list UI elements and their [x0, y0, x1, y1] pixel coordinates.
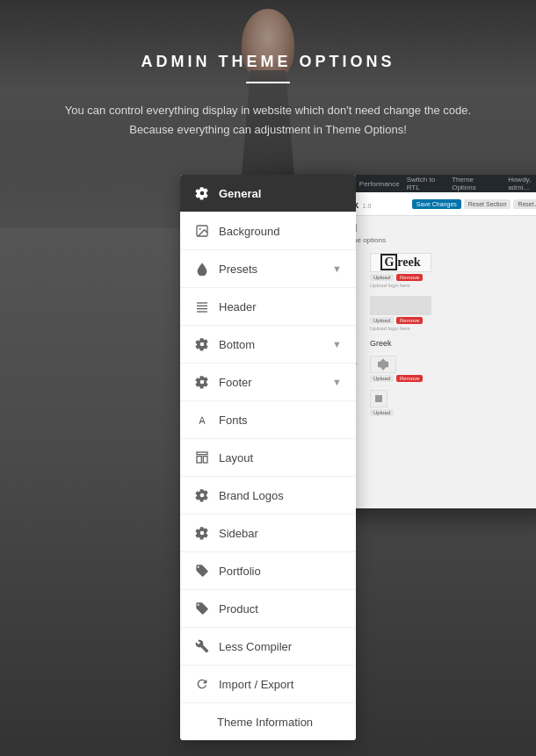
layout-icon [194, 450, 210, 465]
sidebar-label-fonts: Fonts [219, 414, 342, 427]
tag-icon-product [194, 601, 210, 616]
logo-upload-area: Greek Upload Remove Upload logo here [370, 253, 431, 288]
remove-btn-logo[interactable]: Remove [396, 274, 423, 281]
svg-rect-4 [197, 308, 207, 309]
sidebar-item-product[interactable]: Product [180, 590, 356, 628]
sidebar-label-portfolio: Portfolio [219, 565, 342, 578]
remove-btn-404[interactable]: Remove [396, 375, 423, 382]
sidebar-label-presets: Presets [219, 263, 332, 276]
logo-white-hint: Upload logo here [370, 326, 431, 331]
sidebar-label-header: Header [219, 300, 342, 313]
image-icon [194, 223, 210, 239]
sidebar-item-general[interactable]: General [180, 175, 356, 212]
wp-bar-howdy: Howdy, admi... [508, 176, 536, 191]
wp-bar-performance: Performance [359, 180, 400, 188]
sidebar-item-import-export[interactable]: Import / Export [180, 666, 356, 703]
svg-rect-5 [197, 312, 207, 313]
main-content-area: General Background [0, 157, 536, 740]
favicon-buttons: Upload [370, 409, 394, 416]
chevron-icon-presets: ▼ [332, 263, 342, 274]
content-wrapper: ADMIN THEME OPTIONS You can control ever… [0, 0, 536, 756]
wrench-icon [194, 638, 210, 654]
sidebar-item-less-compiler[interactable]: Less Compiler [180, 628, 356, 666]
logo-white-upload-area: Upload Remove Upload logo here [370, 296, 431, 331]
gear-icon-sidebar [194, 525, 210, 541]
logo-text-greek: Greek [380, 256, 420, 270]
svg-rect-2 [197, 303, 207, 304]
sidebar-label-product: Product [219, 602, 342, 616]
upload-btn-favicon[interactable]: Upload [370, 409, 394, 416]
sidebar-label-bottom: Bottom [219, 338, 332, 351]
subtitle-line1: You can control everything display in we… [65, 104, 471, 117]
main-title: ADMIN THEME OPTIONS [18, 53, 518, 71]
sidebar-label-brand-logos: Brand Logos [219, 489, 342, 502]
svg-rect-3 [197, 306, 207, 306]
sidebar-item-portfolio[interactable]: Portfolio [180, 552, 356, 590]
wp-bar-rtl: Switch to RTL [407, 176, 445, 191]
sidebar-item-presets[interactable]: Presets ▼ [180, 250, 356, 288]
screen-toolbar: Save Changes Reset Section Reset All [412, 199, 536, 209]
sidebar-item-theme-information[interactable]: Theme Information [180, 703, 356, 740]
svg-rect-6 [197, 452, 207, 455]
logo-buttons: Upload Remove [370, 274, 431, 281]
reset-all-btn[interactable]: Reset All [513, 199, 536, 209]
menu-lines-icon [194, 299, 210, 314]
sidebar-panel: General Background [180, 175, 356, 740]
sidebar-item-bottom[interactable]: Bottom ▼ [180, 326, 356, 364]
svg-point-1 [199, 228, 201, 230]
sidebar-label-import-export: Import / Export [219, 678, 342, 691]
logo-white-buttons: Upload Remove [370, 317, 431, 324]
upload-btn-404[interactable]: Upload [370, 375, 394, 382]
sidebar-label-less-compiler: Less Compiler [219, 640, 342, 653]
sidebar-item-brand-logos[interactable]: Brand Logos [180, 477, 356, 515]
wp-bar-theme-options: Theme Options [452, 176, 494, 191]
save-changes-btn[interactable]: Save Changes [412, 199, 461, 209]
sidebar-label-layout: Layout [219, 451, 342, 464]
sidebar-label-general: General [219, 187, 342, 200]
logo-text-value: Greek [370, 339, 392, 348]
sidebar-item-header[interactable]: Header [180, 288, 356, 326]
upload-btn-logo[interactable]: Upload [370, 274, 394, 281]
subtitle-line2: Because everything can adjustment in The… [129, 123, 407, 136]
logo-image: Greek [370, 253, 431, 272]
chevron-icon-bottom: ▼ [332, 339, 342, 349]
logo-404-buttons: Upload Remove [370, 375, 423, 382]
logo-hint: Upload logo here [370, 283, 431, 288]
sidebar-item-sidebar[interactable]: Sidebar [180, 515, 356, 552]
upload-btn-logo-white[interactable]: Upload [370, 317, 394, 324]
letter-a-icon [194, 412, 210, 428]
header-section: ADMIN THEME OPTIONS You can control ever… [0, 0, 536, 157]
svg-rect-8 [203, 457, 207, 463]
reset-section-btn[interactable]: Reset Section [464, 199, 511, 209]
logo-404-upload-area: Upload Remove [370, 356, 423, 382]
title-divider [246, 82, 290, 83]
tag-icon-portfolio [194, 563, 210, 579]
gear-icon-brand-logos [194, 487, 210, 503]
sidebar-item-background[interactable]: Background [180, 212, 356, 250]
droplet-icon [194, 261, 210, 277]
remove-btn-logo-white[interactable]: Remove [396, 317, 423, 324]
screen-version: 1.0 [363, 203, 372, 209]
info-icon-placeholder [194, 714, 208, 730]
gear-icon-general [194, 185, 210, 201]
sidebar-label-footer: Footer [219, 376, 332, 389]
sidebar-item-footer[interactable]: Footer ▼ [180, 364, 356, 401]
subtitle-text: You can control everything display in we… [48, 101, 488, 140]
gear-icon-footer [194, 374, 210, 390]
svg-rect-7 [197, 457, 201, 463]
sidebar-label-sidebar: Sidebar [219, 527, 342, 540]
chevron-icon-footer: ▼ [332, 377, 342, 387]
logo-white-image [370, 296, 431, 315]
gear-icon-bottom [194, 336, 210, 352]
sidebar-item-fonts[interactable]: Fonts [180, 401, 356, 439]
sidebar-item-layout[interactable]: Layout [180, 439, 356, 477]
logo-404-image [370, 356, 396, 373]
favicon-upload-area: Upload [370, 390, 394, 416]
refresh-icon [194, 676, 210, 692]
favicon-image [370, 390, 388, 407]
sidebar-label-theme-information: Theme Information [217, 716, 342, 729]
sidebar-label-background: Background [219, 225, 342, 238]
